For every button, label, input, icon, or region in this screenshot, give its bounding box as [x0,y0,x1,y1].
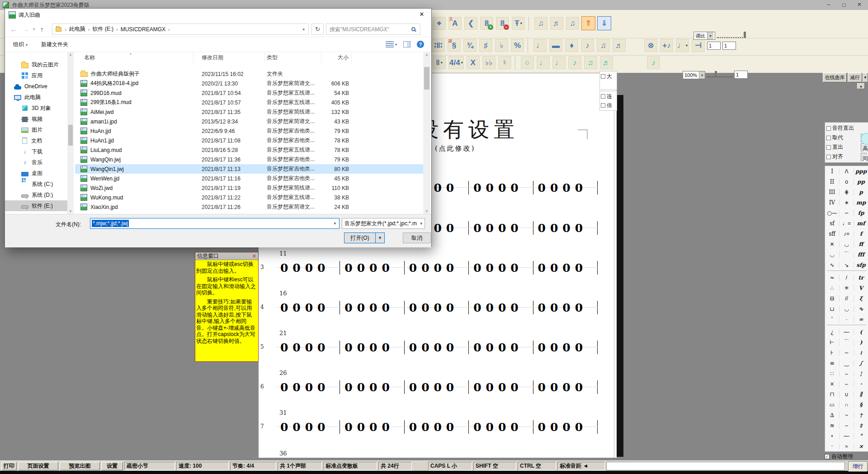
rest-note[interactable]: 0 [369,261,377,275]
palette-symbol[interactable]: ∫ [854,360,868,366]
reduce-line-button[interactable]: 减行 [848,73,862,82]
measure[interactable]: 0000 [405,261,468,275]
palette-symbol[interactable]: sfp [854,262,868,268]
palette-symbol[interactable]: p [854,189,868,195]
palette-symbol[interactable]: ∞ [854,316,868,322]
rest-note[interactable]: 0 [357,301,365,314]
rest-note[interactable]: 0 [510,381,518,394]
palette-symbol[interactable]: ~ [839,412,854,418]
rest-note[interactable]: 0 [305,381,313,394]
measure[interactable]: 0000 [533,341,597,354]
status-input[interactable] [606,462,845,470]
palette-symbol[interactable]: ≈ [825,275,839,281]
palette-symbol[interactable]: ppp [854,168,868,175]
rest-note[interactable]: 0 [409,421,417,434]
palette-symbol[interactable]: ⊢ [825,339,839,346]
rest-note[interactable]: 0 [486,261,494,275]
rest-note[interactable]: 0 [473,341,481,354]
rest-note[interactable]: 0 [344,261,352,275]
chevron-down-icon[interactable]: ▼ [863,73,868,82]
rest-note[interactable]: 0 [538,222,546,235]
slider-thumb[interactable] [744,32,746,38]
palette-symbol[interactable]: ◡ [825,251,839,258]
quarter-note-cyan-tool[interactable]: ♩ [552,56,566,70]
measure[interactable]: 0000 [276,301,340,314]
rest-note[interactable]: 0 [498,301,506,314]
measure[interactable]: 0000 [405,421,468,434]
measure[interactable]: 0000 [469,222,533,235]
palette-symbol[interactable]: ⌣ [839,370,854,377]
scrollbar-thumb[interactable] [68,125,73,146]
measure[interactable]: 0000 [469,341,533,354]
sidebar-item[interactable]: 视频 [5,114,74,124]
quarter-note-tool[interactable]: ♩ [533,38,547,52]
organize-menu[interactable]: 组织▾ [13,41,28,48]
palette-symbol[interactable]: ∿ [854,306,868,312]
sixteenth-note-cyan-tool[interactable]: ♫ [584,56,598,70]
file-row[interactable]: WoZi.jwd2021/8/17 11:19音乐梦想家简线谱...110 KB [75,183,423,193]
measure[interactable]: 0000 [405,381,468,394]
palette-symbol[interactable]: ∥ [854,391,868,398]
rest-note[interactable]: 0 [421,301,429,314]
rest-note[interactable]: 0 [357,421,365,434]
online-library-button[interactable]: 在线曲库 [823,73,847,82]
cancel-button[interactable]: 取消 [403,232,431,243]
rest-note[interactable]: 0 [421,341,429,354]
status-button[interactable]: 预览出图 [60,462,100,470]
measure[interactable]: 0000 [276,261,340,275]
rest-note[interactable]: 0 [292,341,300,354]
rest-note[interactable]: 0 [317,381,325,394]
search-box[interactable] [326,24,420,35]
palette-symbol[interactable]: ♩= [839,220,854,227]
double-flat-tool[interactable]: ♭♭ [482,56,496,70]
octave-down-tool[interactable]: 8− [495,16,509,30]
palette-symbol[interactable]: ξ [854,295,868,302]
rest-note[interactable]: 0 [280,341,288,354]
palette-symbol[interactable]: ▭ [825,402,839,408]
maximize-button[interactable] [836,0,852,10]
measure[interactable]: 0000 [533,181,597,194]
rest-note[interactable]: 0 [498,181,506,194]
eighth-note-cyan-tool[interactable]: ♪ [568,56,582,70]
measure[interactable]: 0000 [533,381,597,394]
page-option[interactable]: 大 [601,72,616,81]
back-icon[interactable]: ← [10,25,17,33]
breadcrumb-item[interactable]: 软件 (E:) [90,25,116,33]
rest-note[interactable]: 0 [357,261,365,275]
rest-note[interactable]: 0 [446,222,454,235]
rest-note[interactable]: 0 [510,301,518,314]
rest-note[interactable]: 0 [280,381,288,394]
measure[interactable]: 0000 [469,301,533,314]
cyan-note-tool[interactable]: ♪ [646,56,660,70]
add-line-button[interactable]: 增行 [848,461,868,472]
scroll-up-button[interactable]: ▲ [857,83,865,89]
rest-note[interactable]: 0 [317,341,325,354]
note-duration-tool[interactable]: ♩ [675,38,689,52]
rest-note[interactable]: 0 [446,421,454,434]
rest-note[interactable]: 0 [382,381,389,394]
rest-note[interactable]: 0 [344,381,352,394]
rest-note[interactable]: 0 [550,421,558,434]
palette-symbol[interactable]: fp [854,210,868,216]
rest-note[interactable]: 0 [292,301,300,314]
palette-symbol[interactable]: ✳ [839,285,854,291]
palette-symbol[interactable]: ‡ [854,422,868,429]
file-row[interactable]: 44拍风格2018-4.jpd2020/2/1 13:30音乐梦想家简谱文...… [75,79,423,88]
palette-symbol[interactable]: V [854,285,868,291]
palette-symbol[interactable]: · [839,316,854,322]
numeric-input[interactable]: 1 [722,42,736,50]
file-row[interactable]: HuAn.jjd2022/6/9 9:46音乐梦想家吉他类...79 KB [75,126,423,136]
chevron-down-icon[interactable]: ▾ [299,27,308,32]
palette-symbol[interactable]: ∆ [825,412,839,418]
rest-note[interactable]: 0 [550,381,558,394]
rest-note[interactable]: 0 [486,341,494,354]
palette-symbol[interactable]: ⊓ [825,391,839,398]
file-row[interactable]: 299D16.mud2021/8/17 10:54音乐梦想家五线谱...54 K… [75,88,423,98]
close-button[interactable] [852,0,867,10]
sidebar-item[interactable]: 文档 [5,135,74,146]
breadcrumb-item[interactable]: 此电脑 [66,25,88,33]
open-button-dropdown[interactable]: ▼ [375,232,385,243]
file-list-scrollbar[interactable]: ∧ ∨ [423,52,430,214]
rest-note[interactable]: 0 [575,421,583,434]
sidebar-item[interactable]: 应用 [5,70,74,81]
